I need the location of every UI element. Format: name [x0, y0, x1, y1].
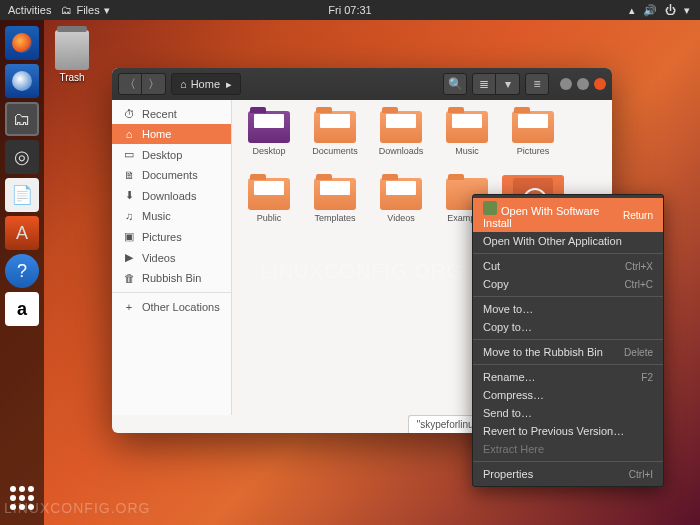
sidebar-other-locations[interactable]: +Other Locations: [112, 297, 231, 317]
sidebar-item-home[interactable]: ⌂Home: [112, 124, 231, 144]
menu-item-label: Open With Software Install: [483, 201, 623, 229]
window-minimize[interactable]: [560, 78, 572, 90]
desktop-trash-label: Trash: [59, 72, 84, 83]
view-options-button[interactable]: ▾: [496, 73, 520, 95]
system-tray[interactable]: ▴ 🔊 ⏻ ▾: [629, 4, 700, 17]
sidebar-icon: ⏱: [122, 108, 136, 120]
menu-item-label: Properties: [483, 468, 533, 480]
search-button[interactable]: 🔍: [443, 73, 467, 95]
sidebar-item-pictures[interactable]: ▣Pictures: [112, 226, 231, 247]
app-menu-label: Files: [76, 4, 99, 16]
dock-amazon[interactable]: a: [5, 292, 39, 326]
sidebar-item-label: Documents: [142, 169, 198, 181]
sidebar-item-music[interactable]: ♫Music: [112, 206, 231, 226]
menu-item[interactable]: CopyCtrl+C: [473, 275, 663, 293]
menu-shortcut: Ctrl+C: [624, 279, 653, 290]
menu-item[interactable]: Send to…: [473, 404, 663, 422]
path-chevron-icon: ▸: [226, 78, 232, 91]
show-applications[interactable]: [5, 481, 39, 515]
home-icon: ⌂: [180, 78, 187, 90]
dock-rhythmbox[interactable]: ◎: [5, 140, 39, 174]
menu-item-label: Send to…: [483, 407, 532, 419]
activities-button[interactable]: Activities: [8, 4, 51, 16]
dock-files[interactable]: 🗂: [5, 102, 39, 136]
menu-item[interactable]: Move to the Rubbish BinDelete: [473, 343, 663, 361]
trash-icon: [55, 30, 89, 70]
app-menu[interactable]: 🗂 Files ▾: [61, 4, 109, 17]
sidebar-item-documents[interactable]: 🗎Documents: [112, 165, 231, 185]
context-menu: Open With Software InstallReturnOpen Wit…: [472, 194, 664, 487]
menu-item-label: Extract Here: [483, 443, 544, 455]
menu-item[interactable]: Open With Other Application: [473, 232, 663, 250]
folder-icon: [248, 111, 290, 143]
volume-icon: 🔊: [643, 4, 657, 17]
file-item[interactable]: Public: [238, 175, 300, 246]
file-item[interactable]: Videos: [370, 175, 432, 246]
file-item[interactable]: Templates: [304, 175, 366, 246]
file-label: Templates: [305, 213, 365, 235]
window-maximize[interactable]: [577, 78, 589, 90]
sidebar-item-videos[interactable]: ▶Videos: [112, 247, 231, 268]
dock-firefox[interactable]: [5, 26, 39, 60]
sidebar-icon: ▣: [122, 230, 136, 243]
menu-item-label: Open With Other Application: [483, 235, 622, 247]
sidebar-icon: ▶: [122, 251, 136, 264]
sidebar-item-label: Pictures: [142, 231, 182, 243]
menu-item[interactable]: PropertiesCtrl+I: [473, 465, 663, 483]
menu-item: Extract Here: [473, 440, 663, 458]
clock[interactable]: Fri 07:31: [328, 4, 371, 16]
window-close[interactable]: [594, 78, 606, 90]
menu-shortcut: F2: [641, 372, 653, 383]
menu-item[interactable]: Copy to…: [473, 318, 663, 336]
file-label: Music: [437, 146, 497, 168]
plus-icon: +: [122, 301, 136, 313]
folder-icon: [248, 178, 290, 210]
menu-item[interactable]: Rename…F2: [473, 368, 663, 386]
file-item[interactable]: Pictures: [502, 108, 564, 171]
path-label: Home: [191, 78, 220, 90]
menu-item-label: Move to the Rubbish Bin: [483, 346, 603, 358]
dock-writer[interactable]: 📄: [5, 178, 39, 212]
file-item[interactable]: Desktop: [238, 108, 300, 171]
file-item[interactable]: Documents: [304, 108, 366, 171]
menu-item-label: Cut: [483, 260, 500, 272]
menu-shortcut: Ctrl+X: [625, 261, 653, 272]
path-bar[interactable]: ⌂ Home ▸: [171, 73, 241, 95]
menu-item[interactable]: Compress…: [473, 386, 663, 404]
sidebar-icon: ▭: [122, 148, 136, 161]
sidebar-item-label: Recent: [142, 108, 177, 120]
menu-item-label: Copy to…: [483, 321, 532, 333]
sidebar-icon: ♫: [122, 210, 136, 222]
sidebar-item-label: Rubbish Bin: [142, 272, 201, 284]
hamburger-menu[interactable]: ≡: [525, 73, 549, 95]
dock-software[interactable]: A: [5, 216, 39, 250]
folder-icon: [380, 111, 422, 143]
forward-button[interactable]: 〉: [142, 73, 166, 95]
files-icon: 🗂: [61, 4, 72, 16]
sidebar-icon: ⬇: [122, 189, 136, 202]
menu-item-label: Move to…: [483, 303, 533, 315]
sidebar-item-downloads[interactable]: ⬇Downloads: [112, 185, 231, 206]
sidebar-item-desktop[interactable]: ▭Desktop: [112, 144, 231, 165]
view-list-button[interactable]: ≣: [472, 73, 496, 95]
menu-item[interactable]: CutCtrl+X: [473, 257, 663, 275]
file-label: Documents: [305, 146, 365, 168]
desktop-trash[interactable]: Trash: [55, 30, 89, 83]
menu-shortcut: Ctrl+I: [629, 469, 653, 480]
folder-icon: [446, 111, 488, 143]
menu-item-label: Compress…: [483, 389, 544, 401]
back-button[interactable]: 〈: [118, 73, 142, 95]
sidebar-icon: ⌂: [122, 128, 136, 140]
sidebar-item-rubbish-bin[interactable]: 🗑Rubbish Bin: [112, 268, 231, 288]
top-bar: Activities 🗂 Files ▾ Fri 07:31 ▴ 🔊 ⏻ ▾: [0, 0, 700, 20]
sidebar-item-recent[interactable]: ⏱Recent: [112, 104, 231, 124]
menu-item[interactable]: Open With Software InstallReturn: [473, 198, 663, 232]
sidebar-icon: 🗑: [122, 272, 136, 284]
menu-item[interactable]: Move to…: [473, 300, 663, 318]
dock-help[interactable]: ?: [5, 254, 39, 288]
file-item[interactable]: Music: [436, 108, 498, 171]
menu-item[interactable]: Revert to Previous Version…: [473, 422, 663, 440]
file-item[interactable]: Downloads: [370, 108, 432, 171]
menu-item-label: Revert to Previous Version…: [483, 425, 624, 437]
dock-thunderbird[interactable]: [5, 64, 39, 98]
